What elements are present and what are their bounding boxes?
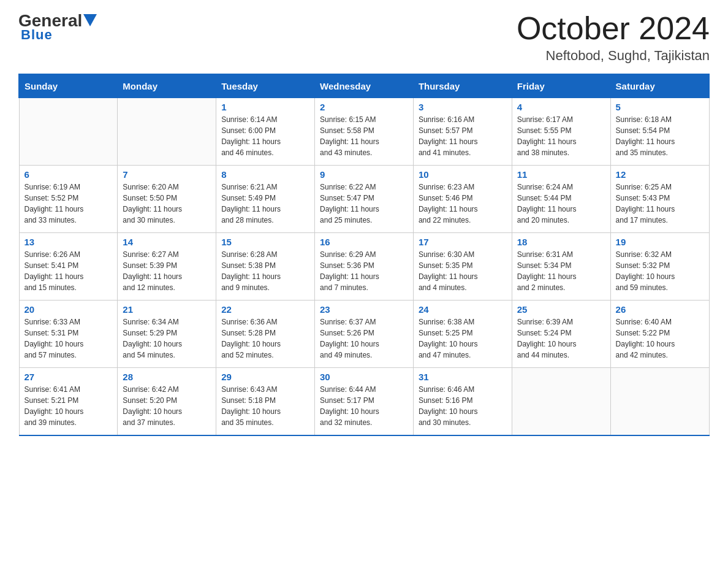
calendar-table: SundayMondayTuesdayWednesdayThursdayFrid… (18, 74, 710, 436)
calendar-cell: 8Sunrise: 6:21 AM Sunset: 5:49 PM Daylig… (216, 166, 315, 233)
month-title: October 2024 (517, 12, 710, 44)
weekday-header-sunday: Sunday (19, 74, 118, 98)
day-info: Sunrise: 6:25 AM Sunset: 5:43 PM Dayligh… (616, 182, 704, 226)
day-number: 26 (616, 304, 704, 315)
day-info: Sunrise: 6:36 AM Sunset: 5:28 PM Dayligh… (221, 316, 309, 361)
calendar-cell: 27Sunrise: 6:41 AM Sunset: 5:21 PM Dayli… (19, 368, 118, 435)
day-info: Sunrise: 6:28 AM Sunset: 5:38 PM Dayligh… (221, 249, 309, 293)
calendar-cell: 4Sunrise: 6:17 AM Sunset: 5:55 PM Daylig… (512, 98, 610, 166)
day-number: 3 (419, 102, 507, 112)
calendar-week-row: 13Sunrise: 6:26 AM Sunset: 5:41 PM Dayli… (19, 233, 709, 301)
location-title: Neftobod, Sughd, Tajikistan (517, 48, 710, 64)
day-number: 20 (25, 304, 113, 315)
calendar-cell: 21Sunrise: 6:34 AM Sunset: 5:29 PM Dayli… (118, 301, 216, 368)
day-number: 22 (221, 304, 309, 315)
calendar-cell: 28Sunrise: 6:42 AM Sunset: 5:20 PM Dayli… (118, 368, 216, 435)
day-info: Sunrise: 6:18 AM Sunset: 5:54 PM Dayligh… (616, 114, 704, 158)
weekday-header-saturday: Saturday (610, 74, 709, 98)
day-number: 11 (517, 169, 605, 180)
day-info: Sunrise: 6:30 AM Sunset: 5:35 PM Dayligh… (419, 249, 507, 293)
day-info: Sunrise: 6:31 AM Sunset: 5:34 PM Dayligh… (517, 249, 605, 293)
day-info: Sunrise: 6:16 AM Sunset: 5:57 PM Dayligh… (419, 114, 507, 158)
day-info: Sunrise: 6:42 AM Sunset: 5:20 PM Dayligh… (123, 384, 211, 428)
calendar-cell: 12Sunrise: 6:25 AM Sunset: 5:43 PM Dayli… (610, 166, 709, 233)
calendar-cell: 6Sunrise: 6:19 AM Sunset: 5:52 PM Daylig… (19, 166, 118, 233)
day-info: Sunrise: 6:22 AM Sunset: 5:47 PM Dayligh… (320, 182, 408, 226)
calendar-cell: 30Sunrise: 6:44 AM Sunset: 5:17 PM Dayli… (315, 368, 414, 435)
day-info: Sunrise: 6:23 AM Sunset: 5:46 PM Dayligh… (419, 182, 507, 226)
day-number: 18 (517, 237, 605, 247)
day-number: 5 (616, 102, 704, 112)
calendar-cell: 15Sunrise: 6:28 AM Sunset: 5:38 PM Dayli… (216, 233, 315, 301)
calendar-cell (19, 98, 118, 166)
day-number: 23 (320, 304, 408, 315)
weekday-header-thursday: Thursday (413, 74, 512, 98)
calendar-cell: 24Sunrise: 6:38 AM Sunset: 5:25 PM Dayli… (413, 301, 512, 368)
calendar-cell: 31Sunrise: 6:46 AM Sunset: 5:16 PM Dayli… (413, 368, 512, 435)
calendar-cell (512, 368, 610, 435)
day-info: Sunrise: 6:39 AM Sunset: 5:24 PM Dayligh… (517, 316, 605, 361)
calendar-cell: 1Sunrise: 6:14 AM Sunset: 6:00 PM Daylig… (216, 98, 315, 166)
weekday-header-monday: Monday (118, 74, 216, 98)
calendar-cell (610, 368, 709, 435)
calendar-cell: 26Sunrise: 6:40 AM Sunset: 5:22 PM Dayli… (610, 301, 709, 368)
calendar-cell: 2Sunrise: 6:15 AM Sunset: 5:58 PM Daylig… (315, 98, 414, 166)
day-number: 30 (320, 372, 408, 382)
calendar-cell: 3Sunrise: 6:16 AM Sunset: 5:57 PM Daylig… (413, 98, 512, 166)
day-info: Sunrise: 6:37 AM Sunset: 5:26 PM Dayligh… (320, 316, 408, 361)
day-info: Sunrise: 6:21 AM Sunset: 5:49 PM Dayligh… (221, 182, 309, 226)
day-info: Sunrise: 6:19 AM Sunset: 5:52 PM Dayligh… (25, 182, 113, 226)
page-header: General Blue October 2024 Neftobod, Sugh… (18, 12, 710, 64)
day-number: 10 (419, 169, 507, 180)
day-info: Sunrise: 6:20 AM Sunset: 5:50 PM Dayligh… (123, 182, 211, 226)
calendar-cell: 11Sunrise: 6:24 AM Sunset: 5:44 PM Dayli… (512, 166, 610, 233)
day-number: 28 (123, 372, 211, 382)
calendar-cell: 17Sunrise: 6:30 AM Sunset: 5:35 PM Dayli… (413, 233, 512, 301)
calendar-cell (118, 98, 216, 166)
day-number: 13 (25, 237, 113, 247)
day-number: 21 (123, 304, 211, 315)
day-number: 16 (320, 237, 408, 247)
day-number: 7 (123, 169, 211, 180)
calendar-week-row: 27Sunrise: 6:41 AM Sunset: 5:21 PM Dayli… (19, 368, 709, 435)
weekday-header-row: SundayMondayTuesdayWednesdayThursdayFrid… (19, 74, 709, 98)
day-info: Sunrise: 6:29 AM Sunset: 5:36 PM Dayligh… (320, 249, 408, 293)
day-info: Sunrise: 6:15 AM Sunset: 5:58 PM Dayligh… (320, 114, 408, 158)
day-info: Sunrise: 6:24 AM Sunset: 5:44 PM Dayligh… (517, 182, 605, 226)
calendar-cell: 19Sunrise: 6:32 AM Sunset: 5:32 PM Dayli… (610, 233, 709, 301)
calendar-cell: 20Sunrise: 6:33 AM Sunset: 5:31 PM Dayli… (19, 301, 118, 368)
day-number: 17 (419, 237, 507, 247)
day-number: 9 (320, 169, 408, 180)
day-info: Sunrise: 6:17 AM Sunset: 5:55 PM Dayligh… (517, 114, 605, 158)
day-info: Sunrise: 6:46 AM Sunset: 5:16 PM Dayligh… (419, 384, 507, 428)
logo-blue: Blue (18, 27, 53, 43)
calendar-cell: 16Sunrise: 6:29 AM Sunset: 5:36 PM Dayli… (315, 233, 414, 301)
weekday-header-wednesday: Wednesday (315, 74, 414, 98)
logo-area: General Blue (18, 12, 97, 43)
day-number: 4 (517, 102, 605, 112)
day-number: 19 (616, 237, 704, 247)
weekday-header-tuesday: Tuesday (216, 74, 315, 98)
calendar-week-row: 20Sunrise: 6:33 AM Sunset: 5:31 PM Dayli… (19, 301, 709, 368)
day-number: 15 (221, 237, 309, 247)
day-info: Sunrise: 6:40 AM Sunset: 5:22 PM Dayligh… (616, 316, 704, 361)
calendar-cell: 29Sunrise: 6:43 AM Sunset: 5:18 PM Dayli… (216, 368, 315, 435)
calendar-week-row: 6Sunrise: 6:19 AM Sunset: 5:52 PM Daylig… (19, 166, 709, 233)
day-info: Sunrise: 6:44 AM Sunset: 5:17 PM Dayligh… (320, 384, 408, 428)
svg-marker-0 (83, 14, 97, 26)
calendar-cell: 5Sunrise: 6:18 AM Sunset: 5:54 PM Daylig… (610, 98, 709, 166)
day-info: Sunrise: 6:26 AM Sunset: 5:41 PM Dayligh… (25, 249, 113, 293)
calendar-week-row: 1Sunrise: 6:14 AM Sunset: 6:00 PM Daylig… (19, 98, 709, 166)
day-number: 25 (517, 304, 605, 315)
day-number: 29 (221, 372, 309, 382)
day-number: 1 (221, 102, 309, 112)
day-number: 14 (123, 237, 211, 247)
calendar-cell: 7Sunrise: 6:20 AM Sunset: 5:50 PM Daylig… (118, 166, 216, 233)
day-number: 6 (25, 169, 113, 180)
day-info: Sunrise: 6:43 AM Sunset: 5:18 PM Dayligh… (221, 384, 309, 428)
day-info: Sunrise: 6:33 AM Sunset: 5:31 PM Dayligh… (25, 316, 113, 361)
day-info: Sunrise: 6:38 AM Sunset: 5:25 PM Dayligh… (419, 316, 507, 361)
calendar-cell: 22Sunrise: 6:36 AM Sunset: 5:28 PM Dayli… (216, 301, 315, 368)
day-number: 12 (616, 169, 704, 180)
day-info: Sunrise: 6:32 AM Sunset: 5:32 PM Dayligh… (616, 249, 704, 293)
